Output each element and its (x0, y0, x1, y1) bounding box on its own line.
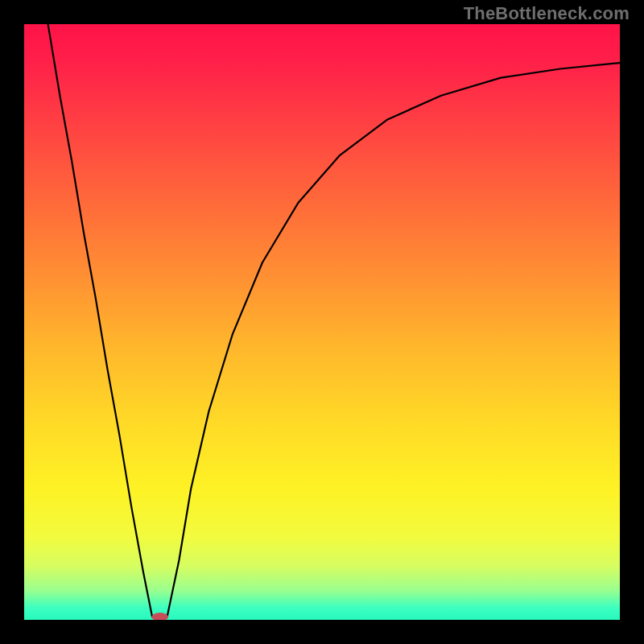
plot-svg (24, 24, 620, 620)
curve-left-branch (48, 24, 153, 617)
plot-area (24, 24, 620, 620)
curve-right-branch (167, 63, 620, 617)
chart-frame: TheBottleneck.com (0, 0, 644, 644)
minimum-marker (151, 613, 168, 620)
watermark-label: TheBottleneck.com (464, 3, 630, 24)
